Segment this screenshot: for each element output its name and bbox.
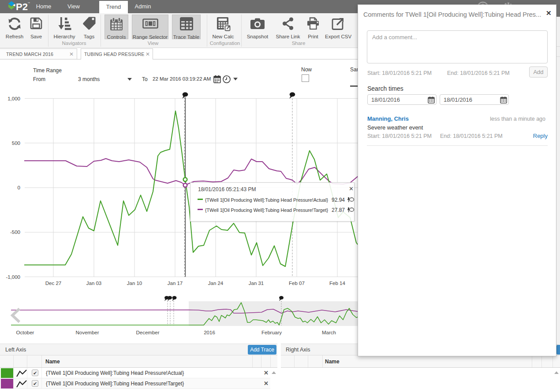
svg-text:500: 500	[12, 141, 20, 146]
svg-text:Feb 14: Feb 14	[329, 281, 345, 286]
svg-text:Jan 03: Jan 03	[86, 281, 102, 286]
svg-text:Jan 17: Jan 17	[168, 281, 183, 286]
svg-text:December: December	[136, 330, 159, 335]
svg-text:November: November	[75, 330, 99, 335]
svg-text:February: February	[261, 330, 282, 335]
svg-text:Feb 07: Feb 07	[289, 281, 305, 286]
svg-text:Jan 31: Jan 31	[249, 281, 264, 286]
svg-text:1,000: 1,000	[7, 96, 20, 101]
svg-text:Dec 27: Dec 27	[45, 281, 61, 286]
svg-text:-500: -500	[10, 229, 20, 235]
svg-text:October: October	[16, 330, 34, 335]
svg-text:-1,000: -1,000	[6, 274, 20, 280]
svg-text:March: March	[322, 330, 336, 335]
svg-text:Jan 10: Jan 10	[127, 281, 142, 286]
svg-text:Jan 24: Jan 24	[208, 281, 224, 286]
svg-text:0: 0	[18, 185, 20, 190]
svg-text:2016: 2016	[204, 330, 215, 335]
